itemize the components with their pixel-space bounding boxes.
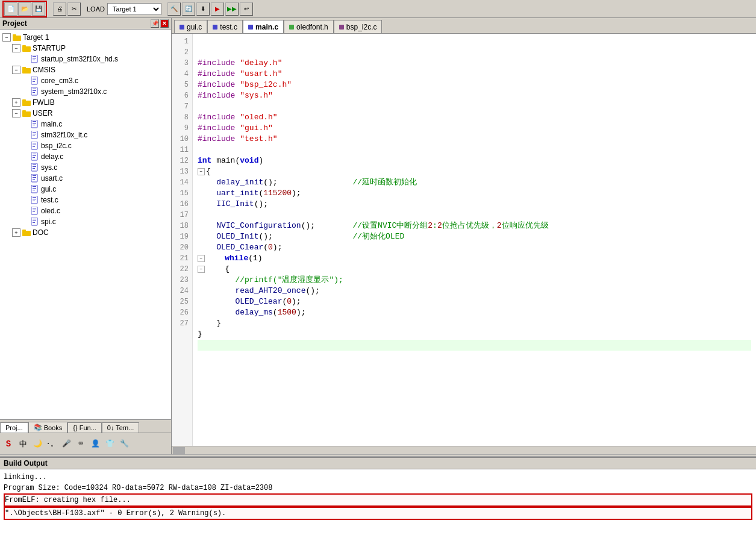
tree-item[interactable]: gui.c	[2, 184, 169, 195]
save-btn[interactable]: 💾	[32, 2, 45, 16]
tab-test-c-label: test.c	[220, 23, 237, 31]
tree-item[interactable]: usart.c	[2, 173, 169, 184]
ime-mic-icon[interactable]: 🎤	[60, 438, 72, 450]
tree-item[interactable]: startup_stm32f10x_hd.s	[2, 54, 169, 64]
target-dropdown[interactable]: Target 1	[107, 3, 161, 15]
line-number: 21	[172, 253, 192, 264]
tab-test-c[interactable]: test.c	[207, 20, 243, 33]
tab-templates[interactable]: 0↓ Tem...	[102, 422, 139, 433]
fold-button[interactable]: −	[198, 168, 205, 175]
tree-item[interactable]: −STARTUP	[2, 43, 169, 54]
code-line[interactable]: IIC_Init();	[198, 199, 751, 210]
tree-item[interactable]: delay.c	[2, 151, 169, 162]
tree-toggle-icon[interactable]: −	[12, 66, 20, 74]
code-line[interactable]: int main(void)	[198, 155, 751, 166]
ime-person-icon[interactable]: 👤	[89, 438, 101, 450]
panel-close-btn[interactable]: ✕	[160, 19, 169, 28]
fold-button[interactable]: −	[198, 255, 205, 262]
ime-shirt-icon[interactable]: 👕	[104, 438, 116, 450]
line-number: 12	[172, 155, 192, 166]
line-number: 14	[172, 177, 192, 188]
svg-rect-36	[33, 155, 36, 156]
code-line[interactable]: OLED_Init(); //初始化OLED	[198, 231, 751, 242]
debug-btn[interactable]: ▶	[211, 2, 224, 16]
svg-rect-0	[13, 36, 21, 41]
tab-main-c[interactable]: main.c	[243, 20, 284, 33]
code-line[interactable]	[198, 340, 751, 351]
code-editor[interactable]: 1234567891011121314151617181920212223242…	[172, 34, 756, 446]
ime-moon-icon[interactable]: 🌙	[31, 438, 43, 450]
code-line[interactable]: uart_init(115200);	[198, 188, 751, 199]
tree-item[interactable]: −CMSIS	[2, 64, 169, 75]
tree-item[interactable]: oled.c	[2, 205, 169, 216]
tree-item[interactable]: main.c	[2, 119, 169, 130]
tree-item[interactable]: spi.c	[2, 216, 169, 227]
cut-btn[interactable]: ✂	[67, 2, 81, 16]
svg-rect-27	[33, 132, 36, 133]
ime-chinese-icon[interactable]: 中	[17, 438, 29, 450]
code-line[interactable]: NVIC_Configuration(); //设置NVIC中断分组2:2位抢占…	[198, 221, 751, 231]
ime-dot-icon[interactable]: ·。	[46, 438, 58, 450]
code-line[interactable]: #include "test.h"	[198, 134, 751, 145]
tab-project[interactable]: Proj...	[0, 422, 28, 433]
code-line[interactable]: −{	[198, 166, 751, 177]
print-btn[interactable]: 🖨	[53, 2, 66, 16]
tree-toggle-icon[interactable]: −	[12, 109, 20, 117]
code-line[interactable]: OLED_Clear(0);	[198, 296, 751, 307]
open-btn[interactable]: 📂	[18, 2, 31, 16]
tree-item[interactable]: stm32f10x_it.c	[2, 130, 169, 140]
code-line[interactable]: read_AHT20_once();	[198, 286, 751, 296]
tree-toggle-icon[interactable]: +	[12, 98, 20, 107]
ime-wrench-icon[interactable]: 🔧	[118, 438, 130, 450]
tree-item[interactable]: system_stm32f10x.c	[2, 86, 169, 97]
code-line[interactable]: #include "bsp_i2c.h"	[198, 80, 751, 90]
code-line[interactable]: delay_ms(1500);	[198, 307, 751, 318]
code-line[interactable]: }	[198, 318, 751, 329]
ime-keyboard-icon[interactable]: ⌨	[75, 438, 87, 450]
code-line[interactable]: #include "delay.h"	[198, 58, 751, 69]
code-line[interactable]: //printf("温度湿度显示");	[198, 275, 751, 286]
step-btn[interactable]: ↩	[240, 2, 253, 16]
tab-oledfont-h[interactable]: oledfont.h	[284, 20, 334, 33]
code-line[interactable]: }	[198, 329, 751, 340]
new-file-btn[interactable]: 📄	[4, 2, 17, 16]
tree-item[interactable]: −Target 1	[2, 32, 169, 43]
code-line[interactable]	[198, 145, 751, 155]
code-line[interactable]: − while(1)	[198, 253, 751, 264]
tree-item[interactable]: sys.c	[2, 162, 169, 173]
tab-books[interactable]: 📚 Books	[28, 422, 68, 433]
code-line[interactable]: delay_init(); //延时函数初始化	[198, 177, 751, 188]
build-btn[interactable]: 🔨	[167, 2, 181, 16]
hscroll-thumb[interactable]	[173, 447, 185, 454]
tree-item[interactable]: +DOC	[2, 227, 169, 238]
panel-pin-btn[interactable]: 📌	[151, 19, 159, 28]
tree-item[interactable]: −USER	[2, 108, 169, 119]
code-line[interactable]: OLED_Clear(0);	[198, 242, 751, 253]
tab-functions[interactable]: {} Fun...	[67, 422, 102, 433]
tree-item[interactable]: core_cm3.c	[2, 75, 169, 86]
build-output-title: Build Output	[4, 459, 48, 468]
code-line[interactable]: #include "sys.h"	[198, 90, 751, 101]
tab-gui-c[interactable]: gui.c	[174, 20, 207, 33]
download-btn[interactable]: ⬇	[196, 2, 210, 16]
fold-button[interactable]: −	[198, 266, 205, 273]
code-line[interactable]: − {	[198, 264, 751, 275]
horizontal-scrollbar[interactable]	[172, 446, 756, 454]
ime-sogou-icon[interactable]: S	[2, 438, 14, 450]
tree-toggle-icon[interactable]: −	[12, 44, 20, 52]
tree-toggle-icon[interactable]: +	[12, 228, 20, 237]
code-line[interactable]: #include "usart.h"	[198, 69, 751, 80]
code-line[interactable]	[198, 101, 751, 112]
load-label: LOAD	[87, 5, 105, 13]
run-btn[interactable]: ▶▶	[225, 2, 239, 16]
code-line[interactable]: #include "gui.h"	[198, 123, 751, 134]
tree-item[interactable]: test.c	[2, 195, 169, 205]
code-content[interactable]: #include "delay.h"#include "usart.h"#inc…	[193, 34, 756, 446]
tree-item[interactable]: +FWLIB	[2, 97, 169, 108]
code-line[interactable]	[198, 210, 751, 221]
code-line[interactable]: #include "oled.h"	[198, 112, 751, 123]
tree-item[interactable]: bsp_i2c.c	[2, 140, 169, 151]
tree-toggle-icon[interactable]: −	[2, 33, 11, 42]
tab-bsp-i2c-c[interactable]: bsp_i2c.c	[334, 20, 383, 33]
rebuild-btn[interactable]: 🔄	[182, 2, 195, 16]
